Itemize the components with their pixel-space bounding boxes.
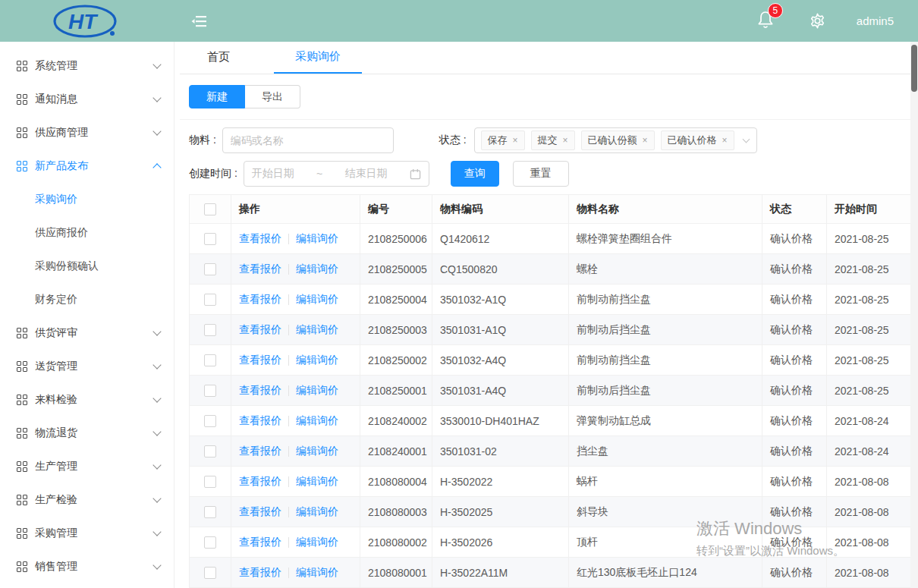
tag-close-icon[interactable]: × (563, 135, 568, 146)
row-checkbox[interactable] (204, 567, 216, 579)
sidebar-subitem-purchase-inquiry[interactable]: 采购询价 (0, 183, 174, 216)
sidebar-item-supplier-mgmt[interactable]: 供应商管理 (0, 116, 174, 149)
menu-fold-icon[interactable] (191, 14, 208, 29)
cell-material-code: H-3502025 (432, 497, 569, 527)
view-quote-link[interactable]: 查看报价 (239, 384, 281, 396)
settings-button[interactable] (809, 12, 826, 30)
view-quote-link[interactable]: 查看报价 (239, 536, 281, 548)
cell-number: 2108250001 (360, 376, 432, 406)
sidebar-item-supply-review[interactable]: 供货评审 (0, 316, 174, 350)
edit-inquiry-link[interactable]: 编辑询价 (296, 384, 338, 396)
cell-material-name: 前制动前挡尘盘 (569, 285, 762, 315)
vertical-scrollbar[interactable] (910, 42, 918, 588)
view-quote-link[interactable]: 查看报价 (239, 263, 281, 275)
tag-close-icon[interactable]: × (513, 135, 518, 146)
new-button[interactable]: 新建 (189, 85, 245, 108)
date-range-picker[interactable]: 开始日期 ~ 结束日期 (244, 161, 429, 187)
column-header: 开始时间 (827, 195, 918, 224)
cell-material-code: 3530010-DH401HAZ (432, 406, 569, 436)
cell-start-time: 2021-08-25 (827, 285, 918, 315)
row-checkbox[interactable] (204, 536, 216, 549)
appstore-icon (17, 395, 27, 405)
view-quote-link[interactable]: 查看报价 (239, 293, 281, 305)
view-quote-link[interactable]: 查看报价 (239, 323, 281, 335)
view-quote-link[interactable]: 查看报价 (239, 354, 281, 366)
chevron-down-icon (152, 127, 161, 135)
row-checkbox[interactable] (204, 506, 216, 518)
appstore-icon (17, 94, 27, 105)
table-row: 查看报价编辑询价21082500033501031-A1Q前制动后挡尘盘确认价格… (190, 315, 918, 345)
cell-status: 确认价格 (762, 224, 827, 254)
sidebar-item-incoming-inspection[interactable]: 来料检验 (0, 383, 174, 417)
material-input[interactable] (222, 127, 394, 153)
cell-number: 2108250004 (360, 285, 432, 315)
row-checkbox[interactable] (204, 324, 216, 336)
sidebar-item-purchasing-mgmt[interactable]: 采购管理 (0, 517, 174, 550)
cell-status: 确认价格 (762, 558, 827, 588)
cell-status: 确认价格 (762, 315, 827, 345)
view-quote-link[interactable]: 查看报价 (239, 566, 281, 578)
row-checkbox[interactable] (204, 415, 216, 427)
filter-panel: 物料 : 状态 : 保存×提交×已确认份额×已确认价格× 创建时间 : 开始日期… (180, 120, 918, 187)
date-separator: ~ (316, 168, 322, 180)
view-quote-link[interactable]: 查看报价 (239, 505, 281, 517)
view-quote-link[interactable]: 查看报价 (239, 414, 281, 426)
edit-inquiry-link[interactable]: 编辑询价 (296, 263, 338, 275)
search-button[interactable]: 查询 (451, 161, 499, 187)
cell-start-time: 2021-08-25 (827, 315, 918, 345)
sidebar-item-new-product-release[interactable]: 新产品发布 (0, 149, 174, 183)
row-checkbox[interactable] (204, 445, 216, 458)
row-checkbox[interactable] (204, 354, 216, 366)
sidebar-item-notify-message[interactable]: 通知消息 (0, 83, 174, 116)
chevron-down-icon (152, 461, 161, 469)
export-button[interactable]: 导出 (245, 85, 300, 108)
scrollbar-thumb[interactable] (911, 45, 917, 92)
status-select[interactable]: 保存×提交×已确认份额×已确认价格× (474, 127, 757, 153)
row-checkbox[interactable] (204, 476, 216, 488)
edit-inquiry-link[interactable]: 编辑询价 (296, 354, 338, 366)
row-checkbox[interactable] (204, 294, 216, 306)
chevron-up-icon (152, 163, 161, 171)
appstore-icon (17, 495, 27, 505)
cell-number: 2108250006 (360, 224, 432, 254)
edit-inquiry-link[interactable]: 编辑询价 (296, 293, 338, 305)
cell-material-name: 前制动后挡尘盘 (569, 315, 762, 345)
reset-button[interactable]: 重置 (513, 161, 569, 187)
table-row: 查看报价编辑询价2108250005CQ1500820螺栓确认价格2021-08… (190, 254, 918, 285)
tag-close-icon[interactable]: × (643, 135, 648, 146)
select-all-checkbox[interactable] (204, 203, 216, 215)
view-quote-link[interactable]: 查看报价 (239, 445, 281, 457)
sidebar-item-delivery-mgmt[interactable]: 送货管理 (0, 350, 174, 383)
edit-inquiry-link[interactable]: 编辑询价 (296, 566, 338, 578)
view-quote-link[interactable]: 查看报价 (239, 232, 281, 244)
tab-home[interactable]: 首页 (195, 50, 242, 74)
edit-inquiry-link[interactable]: 编辑询价 (296, 445, 338, 457)
cell-material-code: H-3502022 (432, 467, 569, 497)
notification-badge: 5 (768, 3, 783, 18)
sidebar-item-system-mgmt[interactable]: 系统管理 (0, 49, 174, 83)
edit-inquiry-link[interactable]: 编辑询价 (296, 414, 338, 426)
edit-inquiry-link[interactable]: 编辑询价 (296, 232, 338, 244)
sidebar-item-logistics-returns[interactable]: 物流退货 (0, 417, 174, 450)
tab-purchase-inquiry[interactable]: 采购询价 (274, 49, 362, 74)
sidebar-subitem-supplier-quote[interactable]: 供应商报价 (0, 216, 174, 250)
cell-material-code: CQ1500820 (432, 254, 569, 285)
edit-inquiry-link[interactable]: 编辑询价 (296, 505, 338, 517)
view-quote-link[interactable]: 查看报价 (239, 475, 281, 487)
row-checkbox[interactable] (204, 263, 216, 275)
user-menu[interactable]: admin5 (857, 14, 894, 27)
sidebar-item-sales-mgmt[interactable]: 销售管理 (0, 550, 174, 583)
edit-inquiry-link[interactable]: 编辑询价 (296, 323, 338, 335)
sidebar-subitem-finance-pricing[interactable]: 财务定价 (0, 283, 174, 316)
notifications-button[interactable]: 5 (757, 11, 774, 31)
status-tag: 保存× (481, 130, 525, 150)
sidebar-subitem-purchase-share-confirm[interactable]: 采购份额确认 (0, 250, 174, 283)
row-checkbox[interactable] (204, 233, 216, 245)
edit-inquiry-link[interactable]: 编辑询价 (296, 475, 338, 487)
sidebar-item-production-mgmt[interactable]: 生产管理 (0, 450, 174, 483)
tag-close-icon[interactable]: × (722, 135, 728, 146)
sidebar-item-production-inspection[interactable]: 生产检验 (0, 483, 174, 517)
cell-status: 确认价格 (762, 285, 827, 315)
edit-inquiry-link[interactable]: 编辑询价 (296, 536, 338, 548)
row-checkbox[interactable] (204, 385, 216, 397)
